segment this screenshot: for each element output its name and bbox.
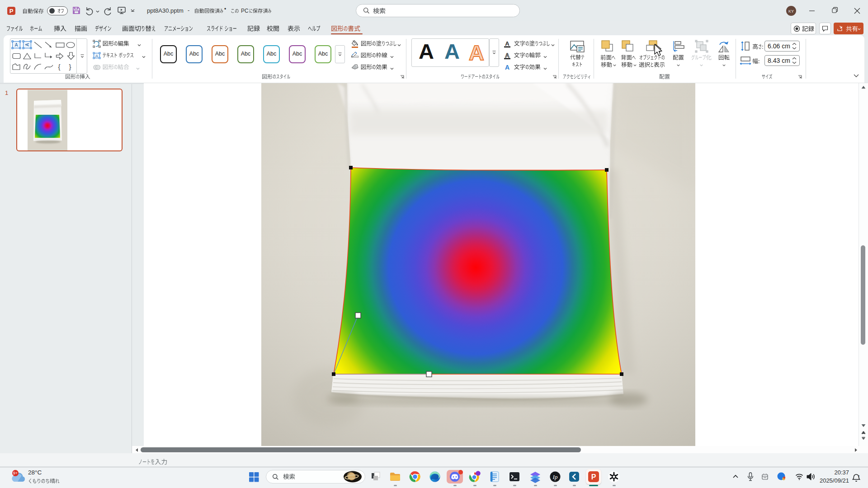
svg-text:P: P — [591, 473, 596, 481]
svg-text:A: A — [15, 42, 18, 47]
svg-text:A: A — [25, 43, 30, 46]
svg-text:A: A — [469, 41, 484, 64]
svg-text:}: } — [69, 63, 71, 70]
svg-text:P: P — [9, 8, 14, 14]
svg-text:A: A — [95, 54, 98, 58]
svg-text:Ip: Ip — [552, 474, 558, 480]
svg-text:z: z — [858, 474, 860, 478]
svg-text:A: A — [505, 52, 509, 59]
svg-text:9+: 9+ — [13, 471, 18, 475]
svg-text:{: { — [58, 63, 60, 70]
svg-text:A: A — [505, 64, 509, 71]
svg-text:A: A — [505, 40, 509, 47]
